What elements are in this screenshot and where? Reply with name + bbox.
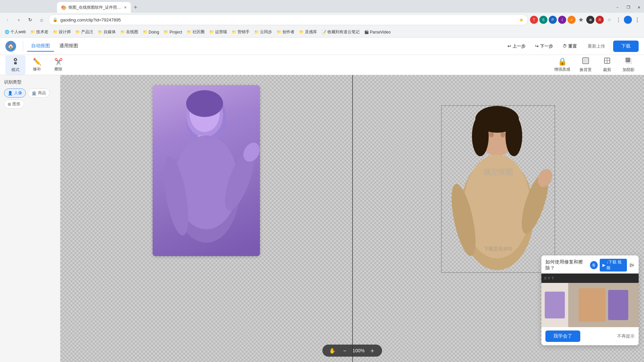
home-button[interactable]: ⌂ — [37, 15, 46, 24]
bookmark-inspiration-icon: 📁 — [299, 30, 304, 34]
bookmark-youdao-icon: 📝 — [322, 30, 326, 34]
bookmark-personalweb[interactable]: 🌐 个人web — [3, 28, 28, 36]
tool-bg[interactable]: 换背景 — [576, 55, 596, 75]
app-header: 🏠 自动抠图 通用抠图 ↩ 上一步 ↪ 下一步 ⏱ 重置 重新上传 下载 — [0, 38, 644, 55]
extension-icon-4[interactable]: I — [558, 16, 566, 24]
svg-point-26 — [475, 106, 519, 133]
shadow-label: 加阴影 — [623, 67, 635, 73]
tool-enhance[interactable]: 🔒 增强质感 — [550, 55, 574, 74]
tab-close-button[interactable]: × — [124, 5, 127, 10]
forward-button[interactable]: › — [14, 15, 23, 24]
refresh-button[interactable]: ↻ — [25, 15, 35, 24]
type-portrait[interactable]: 👤 人像 — [4, 88, 26, 98]
redo-icon: ↪ — [535, 44, 539, 49]
repair-icon: ✏️ — [33, 58, 41, 66]
bookmark-community[interactable]: 📁 社区圈 — [185, 28, 207, 36]
back-button[interactable]: ‹ — [3, 15, 12, 24]
watermark-text2: 下载后无水印 — [484, 246, 512, 252]
mode-icon — [12, 57, 19, 66]
bookmark-personalweb-label: 个人web — [10, 29, 26, 35]
bookmark-ops-label: 运营喵 — [215, 29, 227, 35]
bookmark-youdao-label: 收藏到有道云笔记 — [327, 29, 360, 35]
main-content: 识别类型 👤 人像 🏛️ 商品 ⊞ 图形 — [0, 75, 644, 362]
bookmark-designer-label: 设计师 — [59, 29, 71, 35]
active-tab[interactable]: 🎨 抠图_在线抠图软件_证件照换装... × — [57, 2, 131, 13]
bookmark-marketing[interactable]: 📁 营销手 — [230, 28, 252, 36]
tutorial-popup: 如何使用修复和擦除？ 客 ▶ ↓下载 视频 2× — [541, 255, 639, 345]
zoom-in-button[interactable]: ＋ — [368, 347, 377, 355]
tool-crop[interactable]: 裁剪 — [597, 55, 617, 75]
tutorial-download-label: ↓下载 视频 — [606, 259, 624, 271]
tutorial-close-button[interactable]: 2× — [629, 262, 635, 268]
extension-icon-8[interactable]: R — [596, 16, 604, 24]
extension-icon-7[interactable]: ⊕ — [586, 16, 594, 24]
bookmark-designer[interactable]: 📁 设计师 — [51, 28, 73, 36]
tool-mode[interactable]: 模式 — [5, 55, 25, 75]
bookmark-star-icon[interactable]: ★ — [519, 17, 524, 23]
tool-repair[interactable]: ✏️ 修补 — [27, 56, 47, 74]
crop-label: 裁剪 — [603, 67, 611, 73]
type-graphic[interactable]: ⊞ 图形 — [4, 100, 24, 109]
reset-button[interactable]: ⏱ 重置 — [560, 42, 580, 51]
browser-chrome: 🎨 抠图_在线抠图软件_证件照换装... × + － ❐ × ‹ › ↻ ⌂ 🔒… — [0, 0, 644, 38]
customer-service-icon[interactable]: 客 — [590, 261, 598, 269]
bookmark-cloudsync-icon: 📁 — [254, 30, 259, 34]
reupload-button[interactable]: 重新上传 — [584, 41, 609, 51]
minimize-button[interactable]: － — [612, 2, 623, 12]
tab-auto-clip[interactable]: 自动抠图 — [27, 41, 54, 52]
extension-icon-1[interactable]: T — [530, 16, 538, 24]
split-divider[interactable] — [352, 75, 353, 362]
extension-icon-6[interactable]: ★ — [577, 16, 585, 24]
zoom-out-button[interactable]: － — [340, 347, 349, 355]
app-logo-button[interactable]: 🏠 — [5, 41, 16, 52]
close-window-button[interactable]: × — [634, 2, 644, 12]
tutorial-header: 如何使用修复和擦除？ 客 ▶ ↓下载 视频 2× — [541, 255, 639, 274]
got-it-button[interactable]: 我学会了 — [545, 330, 580, 342]
svg-rect-1 — [14, 62, 17, 64]
extension-icon-2[interactable]: S — [539, 16, 547, 24]
bookmark-online[interactable]: 📁 在线图 — [118, 28, 140, 36]
bookmark-ops[interactable]: 📁 运营喵 — [207, 28, 229, 36]
left-panel: 识别类型 👤 人像 🏛️ 商品 ⊞ 图形 — [0, 75, 60, 362]
no-show-button[interactable]: 不再提示 — [617, 333, 635, 339]
tab-general-clip[interactable]: 通用抠图 — [55, 41, 82, 52]
bookmark-jishu[interactable]: 📁 技术老 — [29, 28, 50, 36]
new-tab-button[interactable]: + — [131, 3, 140, 12]
tutorial-download-button[interactable]: ▶ ↓下载 视频 — [600, 259, 627, 272]
zoom-controls: ✋ － 100% ＋ — [322, 345, 382, 357]
enhance-label: 增强质感 — [554, 67, 570, 72]
svg-point-2 — [15, 59, 16, 60]
tab-favicon: 🎨 — [61, 5, 66, 10]
bookmark-youdao[interactable]: 📝 收藏到有道云笔记 — [320, 28, 362, 36]
undo-label: 上一步 — [513, 43, 526, 49]
extension-icon-5[interactable]: ✓ — [568, 16, 576, 24]
address-bar[interactable]: 🔒 gaoding.com/clip?id=79247895 ★ — [48, 14, 528, 25]
tool-shadow[interactable]: 加阴影 — [619, 55, 639, 75]
type-product[interactable]: 🏛️ 商品 — [28, 88, 50, 98]
bookmark-doing[interactable]: 📁 Doing — [141, 29, 161, 35]
maximize-button[interactable]: ❐ — [623, 2, 633, 12]
bookmark-project-icon: 📁 — [164, 30, 168, 34]
bookmark-media[interactable]: 📁 自媒体 — [96, 28, 118, 36]
bookmark-parsevideo[interactable]: 🎬 ParseVideo — [362, 29, 393, 35]
tutorial-video[interactable]: X Y T — [541, 274, 639, 327]
user-avatar-icon[interactable]: 👤 — [624, 16, 632, 24]
bookmark-product-label: 产品汪 — [81, 29, 93, 35]
extension-icon-9[interactable]: ○ — [605, 16, 613, 24]
bookmark-cloudsync[interactable]: 📁 云同步 — [252, 28, 274, 36]
mode-label: 模式 — [11, 67, 19, 73]
undo-button[interactable]: ↩ 上一步 — [505, 42, 528, 51]
download-button[interactable]: 下载 — [613, 41, 639, 52]
tool-erase[interactable]: ✂️ 擦除 — [48, 56, 68, 74]
pan-tool-button[interactable]: ✋ — [328, 348, 337, 354]
bookmark-inspiration[interactable]: 📁 灵感库 — [297, 28, 319, 36]
extension-icon-10[interactable]: ⋮ — [614, 16, 623, 24]
download-icon: ▶ — [602, 263, 605, 267]
browser-menu-icon[interactable]: ⋮ — [633, 16, 641, 24]
bookmark-creator[interactable]: 📁 创作者 — [275, 28, 297, 36]
canvas-area[interactable]: 稿定抠图 下载后无水印 ✋ － 100% ＋ 如何使用修复和擦除？ 客 ▶ — [60, 75, 644, 362]
redo-button[interactable]: ↪ 下一步 — [532, 42, 556, 51]
bookmark-product[interactable]: 📁 产品汪 — [73, 28, 95, 36]
extension-icon-3[interactable]: P — [549, 16, 557, 24]
bookmark-project[interactable]: 📁 Project — [162, 29, 184, 35]
